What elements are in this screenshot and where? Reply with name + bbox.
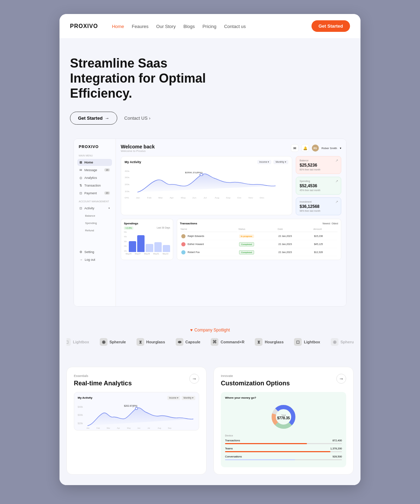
sidebar-item-activity[interactable]: ⊡ Activity ▾ [77, 205, 112, 212]
income-filter[interactable]: Income ▾ [257, 160, 272, 164]
sidebar-account-label: ACCOUNT MANAGEMENT [77, 200, 112, 203]
nav-links: Home Feaures Our Story Blogs Pricing Con… [112, 23, 301, 29]
bell-button[interactable]: 🔔 [301, 144, 309, 152]
sidebar-item-refund[interactable]: Refund [83, 227, 112, 234]
sidebar-main-menu-label: MAIN MENU [77, 154, 112, 157]
customization-arrow-button[interactable]: → [336, 374, 346, 384]
progress-bar-fill [225, 459, 295, 460]
dashboard-mockup: PROXIVO MAIN MENU ⊞ Home ✉ Message 16 ◎ … [74, 139, 346, 307]
logo-name: Command+R [220, 340, 244, 344]
money-row-value: 928,500 [332, 455, 342, 458]
sidebar-submenu: Balance Spending Refund [77, 212, 112, 234]
spending-arrow-icon: ↗ [335, 179, 338, 183]
balance-sub: 80% then last month [300, 168, 337, 171]
features-section: Essentials Real-time Analytics → My Acti… [59, 356, 360, 485]
nav-logo: PROXIVO [70, 23, 98, 29]
trans-date: 22 Jan,2023 [278, 233, 313, 240]
table-row: Robert Fox Completed 22 Jan,2023 $12,326 [181, 249, 337, 256]
trans-status: Completed [238, 249, 277, 256]
logo-name: Lightbox [304, 340, 320, 344]
oldest-filter-button[interactable]: Oldest [331, 222, 338, 225]
nav-link-contact[interactable]: Contact us [224, 24, 246, 29]
sidebar-item-payment[interactable]: ⊡ Payment 20 [77, 190, 112, 197]
sidebar-item-setting[interactable]: ⚙ Setting [77, 248, 112, 255]
svg-text:Sep: Sep [226, 197, 231, 199]
analytics-arrow-button[interactable]: → [189, 374, 199, 384]
logo-name: Spherule [341, 340, 354, 344]
bar-x-labels: May25May27May29May31May10 [124, 253, 170, 255]
monthly-filter[interactable]: Monthly ▾ [273, 160, 288, 164]
nav-link-feaures[interactable]: Feaures [132, 24, 149, 29]
mail-button[interactable]: ✉ [291, 144, 299, 152]
investment-value: $36,12568 [300, 204, 337, 209]
svg-text:40k: 40k [125, 170, 130, 172]
balance-arrow-icon: ↗ [335, 159, 338, 162]
logo-icon: ◻ [66, 338, 71, 346]
svg-text:Mar: Mar [159, 197, 163, 199]
money-row-label: Teams [225, 447, 233, 450]
money-rows: Transactions 872,400 Teams 1,378,200 Con… [225, 439, 342, 460]
logo-name: Hourglass [265, 340, 284, 344]
hero-get-started-button[interactable]: Get Started → [70, 112, 117, 125]
mini-filters: Income ▾ Monthly ▾ [167, 396, 195, 400]
hero-section: Streamline Saas Integration for Optimal … [59, 38, 360, 317]
status-badge: Completed [239, 242, 254, 246]
home-icon: ⊞ [79, 161, 82, 164]
svg-text:0%: 0% [125, 196, 129, 199]
logo-name: Capsule [186, 340, 201, 344]
activity-chart: 40k 30k 20k 10k 0% [125, 168, 288, 199]
mini-chart-card: My Activity Income ▾ Monthly ▾ [74, 392, 199, 430]
svg-text:$20k: $20k [78, 422, 83, 424]
sidebar-item-balance[interactable]: Balance [83, 212, 112, 219]
bar-5 [163, 245, 170, 252]
logo-icon: ◉ [100, 338, 107, 346]
col-device: Device [225, 434, 233, 437]
trans-amount: $15,236 [313, 233, 337, 240]
svg-text:Jul: Jul [147, 427, 150, 429]
dashboard-welcome: Welcome back Welcome to Proxivo [121, 144, 155, 153]
svg-point-22 [135, 407, 138, 410]
balance-card: ↗ Balance $25,5236 80% then last month [296, 156, 341, 174]
progress-bar [225, 459, 342, 460]
status-badge: Completed [239, 250, 254, 254]
svg-text:Aug: Aug [215, 197, 219, 199]
svg-text:Feb: Feb [147, 197, 152, 199]
mini-chart-header: My Activity Income ▾ Monthly ▾ [78, 396, 195, 400]
newest-filter-button[interactable]: Newest [323, 222, 330, 225]
mini-monthly-filter[interactable]: Monthly ▾ [182, 396, 195, 400]
balance-label: Balance [300, 159, 337, 162]
sidebar-item-logout[interactable]: → Log out [77, 256, 112, 263]
nav-link-ourstory[interactable]: Our Story [156, 24, 176, 29]
analytics-feature-label: Essentials [74, 374, 199, 378]
logo-icon: ⧗ [136, 338, 144, 346]
spendings-title: Spendings [124, 222, 170, 225]
hero-contact-button[interactable]: Contact US › [124, 115, 150, 121]
spending-bar-chart: 50k40k30k20k10k [124, 232, 170, 253]
svg-text:Jun: Jun [137, 427, 140, 429]
logo-item: ◻Lightbox [66, 338, 89, 346]
nav-get-started-button[interactable]: Get Started [312, 20, 350, 32]
logo-icon: ◻ [294, 338, 302, 346]
nav-link-blogs[interactable]: Blogs [183, 24, 195, 29]
user-chevron-icon: ▾ [340, 147, 341, 150]
sidebar-item-transaction[interactable]: ⇅ Transaction [77, 182, 112, 189]
sidebar-item-spending[interactable]: Spending [83, 220, 112, 226]
sidebar-item-message[interactable]: ✉ Message 16 [77, 167, 112, 174]
logo-icon: ⧗ [255, 338, 262, 346]
svg-point-5 [200, 174, 203, 176]
svg-text:May: May [181, 197, 186, 199]
bar-3 [146, 244, 153, 252]
donut-section: Total $778.35 [225, 403, 342, 431]
logo-icon: ⬬ [176, 338, 183, 346]
svg-text:May: May [127, 427, 131, 429]
nav-link-home[interactable]: Home [112, 24, 124, 29]
nav-link-pricing[interactable]: Pricing [202, 24, 216, 29]
spendings-card: Spendings +2.6% Last 30 Days 50k40k30k20… [121, 219, 173, 260]
hero-title: Streamline Saas Integration for Optimal … [70, 56, 217, 101]
sidebar-item-home[interactable]: ⊞ Home [77, 159, 112, 166]
sidebar-item-analytics[interactable]: ◎ Analytics [77, 174, 112, 181]
sidebar-logo: PROXIVO [77, 145, 112, 149]
svg-text:Jun: Jun [192, 197, 196, 199]
mini-income-filter[interactable]: Income ▾ [167, 396, 180, 400]
investment-label: Investment [300, 201, 337, 203]
